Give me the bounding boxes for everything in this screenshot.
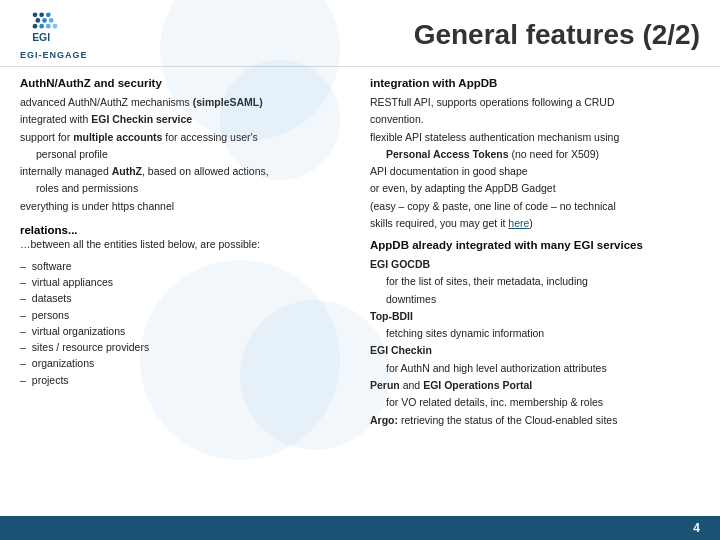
checkin-line-1: for AuthN and high level authorization a… bbox=[370, 360, 700, 376]
relations-sub: …between all the entities listed below, … bbox=[20, 238, 350, 250]
checkin-title: EGI Checkin bbox=[370, 342, 700, 358]
right-column: integration with AppDB RESTfull API, sup… bbox=[370, 77, 700, 507]
authn-line-3: support for multiple accounts for access… bbox=[20, 129, 350, 145]
page-title: General features (2/2) bbox=[108, 19, 700, 51]
list-item: –datasets bbox=[20, 290, 350, 306]
authn-line-1: advanced AuthN/AuthZ mechanisms (simpleS… bbox=[20, 94, 350, 110]
perun-line-1: for VO related details, inc. membership … bbox=[370, 394, 700, 410]
appdb-line-4: Personal Access Tokens (no need for X509… bbox=[370, 146, 700, 162]
gocdb-line-1: for the list of sites, their metadata, i… bbox=[370, 273, 700, 289]
list-item: –organizations bbox=[20, 355, 350, 371]
list-item: –sites / resource providers bbox=[20, 339, 350, 355]
svg-point-2 bbox=[46, 12, 51, 17]
authn-line-6: roles and permissions bbox=[20, 180, 350, 196]
page-number: 4 bbox=[693, 521, 700, 535]
svg-point-0 bbox=[32, 12, 37, 17]
already-integrated-title: AppDB already integrated with many EGI s… bbox=[370, 239, 700, 251]
gocdb-line-2: downtimes bbox=[370, 291, 700, 307]
svg-point-1 bbox=[39, 12, 44, 17]
svg-point-3 bbox=[35, 18, 40, 23]
topbdii-line-1: fetching sites dynamic information bbox=[370, 325, 700, 341]
authn-line-2: integrated with EGI Checkin service bbox=[20, 111, 350, 127]
egi-logo-icon: EGI bbox=[29, 10, 79, 48]
appdb-line-8: skills required, you may get it here) bbox=[370, 215, 700, 231]
list-item-label: projects bbox=[32, 372, 69, 388]
list-item-label: persons bbox=[32, 307, 69, 323]
list-item-label: software bbox=[32, 258, 72, 274]
authn-title: AuthN/AuthZ and security bbox=[20, 77, 350, 89]
authn-line-5: internally managed AuthZ, based on allow… bbox=[20, 163, 350, 179]
list-item-label: sites / resource providers bbox=[32, 339, 149, 355]
header: EGI EGI-ENGAGE General features (2/2) bbox=[0, 0, 720, 67]
already-integrated-section: AppDB already integrated with many EGI s… bbox=[370, 239, 700, 428]
gocdb-title: EGI GOCDB bbox=[370, 256, 700, 272]
list-item-label: virtual organizations bbox=[32, 323, 125, 339]
list-item-label: datasets bbox=[32, 290, 72, 306]
svg-point-6 bbox=[32, 24, 37, 29]
main-content: AuthN/AuthZ and security advanced AuthN/… bbox=[0, 67, 720, 513]
left-column: AuthN/AuthZ and security advanced AuthN/… bbox=[20, 77, 350, 507]
appdb-integration-title: integration with AppDB bbox=[370, 77, 700, 89]
logo-area: EGI EGI-ENGAGE bbox=[20, 10, 88, 60]
appdb-line-3: flexible API stateless authentication me… bbox=[370, 129, 700, 145]
footer: 4 bbox=[0, 516, 720, 540]
svg-point-8 bbox=[46, 24, 51, 29]
list-item-label: organizations bbox=[32, 355, 94, 371]
authn-line-7: everything is under https channel bbox=[20, 198, 350, 214]
appdb-line-6: or even, by adapting the AppDB Gadget bbox=[370, 180, 700, 196]
topbdii-title: Top-BDII bbox=[370, 308, 700, 324]
list-item-label: virtual appliances bbox=[32, 274, 113, 290]
relations-title: relations... bbox=[20, 224, 350, 236]
here-link[interactable]: here bbox=[508, 217, 529, 229]
appdb-line-5: API documentation in good shape bbox=[370, 163, 700, 179]
svg-point-7 bbox=[39, 24, 44, 29]
svg-point-4 bbox=[42, 18, 47, 23]
svg-text:EGI: EGI bbox=[32, 32, 50, 43]
relations-list: –software –virtual appliances –datasets … bbox=[20, 258, 350, 388]
list-item: –software bbox=[20, 258, 350, 274]
svg-point-5 bbox=[49, 18, 54, 23]
argo-title: Argo: retrieving the status of the Cloud… bbox=[370, 412, 700, 428]
list-item: –virtual appliances bbox=[20, 274, 350, 290]
list-item: –projects bbox=[20, 372, 350, 388]
list-item: –persons bbox=[20, 307, 350, 323]
list-item: –virtual organizations bbox=[20, 323, 350, 339]
appdb-line-1: RESTfull API, supports operations follow… bbox=[370, 94, 700, 110]
perun-title: Perun and EGI Operations Portal bbox=[370, 377, 700, 393]
integration-bold: integration with AppDB bbox=[370, 77, 497, 89]
svg-point-9 bbox=[52, 24, 57, 29]
logo-engage-text: EGI-ENGAGE bbox=[20, 50, 88, 60]
appdb-line-2: convention. bbox=[370, 111, 700, 127]
authn-line-4: personal profile bbox=[20, 146, 350, 162]
appdb-line-7: (easy – copy & paste, one line of code –… bbox=[370, 198, 700, 214]
